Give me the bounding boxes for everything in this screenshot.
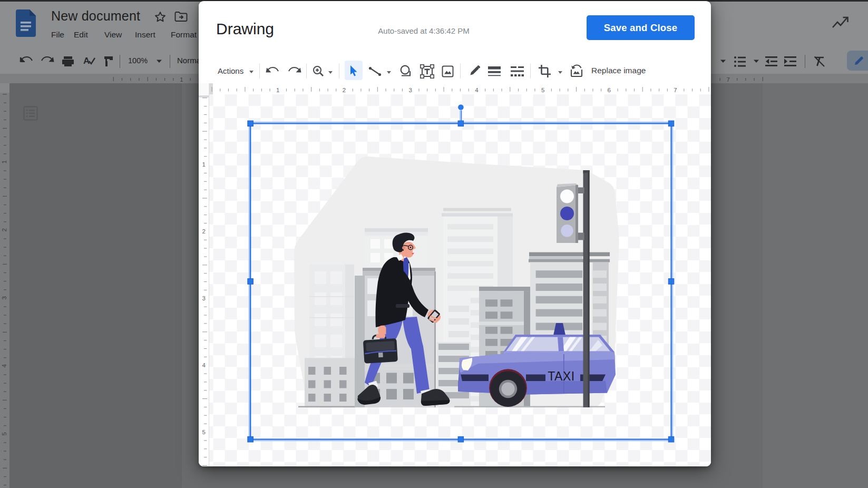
svg-text:5: 5 bbox=[541, 87, 544, 93]
svg-text:1: 1 bbox=[1, 160, 7, 163]
svg-text:3: 3 bbox=[202, 295, 206, 301]
svg-text:7: 7 bbox=[727, 76, 730, 83]
svg-text:A: A bbox=[83, 56, 90, 66]
svg-text:1: 1 bbox=[180, 76, 183, 83]
svg-text:2: 2 bbox=[1, 228, 7, 231]
svg-text:6: 6 bbox=[608, 87, 611, 93]
svg-text:1: 1 bbox=[202, 161, 206, 168]
svg-text:5: 5 bbox=[202, 429, 206, 435]
svg-text:5: 5 bbox=[1, 432, 7, 435]
svg-text:2: 2 bbox=[343, 87, 346, 93]
svg-text:3: 3 bbox=[408, 87, 412, 93]
svg-text:2: 2 bbox=[202, 228, 206, 235]
svg-text:4: 4 bbox=[202, 362, 206, 368]
svg-text:4: 4 bbox=[475, 87, 479, 93]
svg-text:3: 3 bbox=[1, 296, 7, 299]
svg-text:4: 4 bbox=[1, 364, 7, 367]
svg-text:1: 1 bbox=[276, 87, 279, 93]
svg-text:7: 7 bbox=[674, 87, 677, 93]
